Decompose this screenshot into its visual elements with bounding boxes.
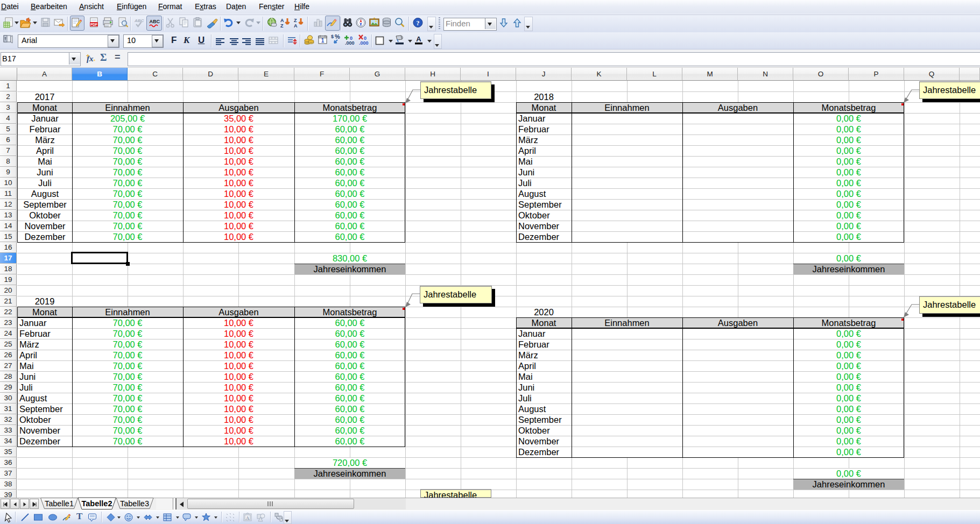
svg-text:Tabelle2: Tabelle2 bbox=[82, 499, 112, 508]
svg-text:Tabelle3: Tabelle3 bbox=[120, 499, 149, 508]
svg-text:Tabelle1: Tabelle1 bbox=[45, 499, 74, 508]
svg-text:A: A bbox=[246, 515, 250, 521]
